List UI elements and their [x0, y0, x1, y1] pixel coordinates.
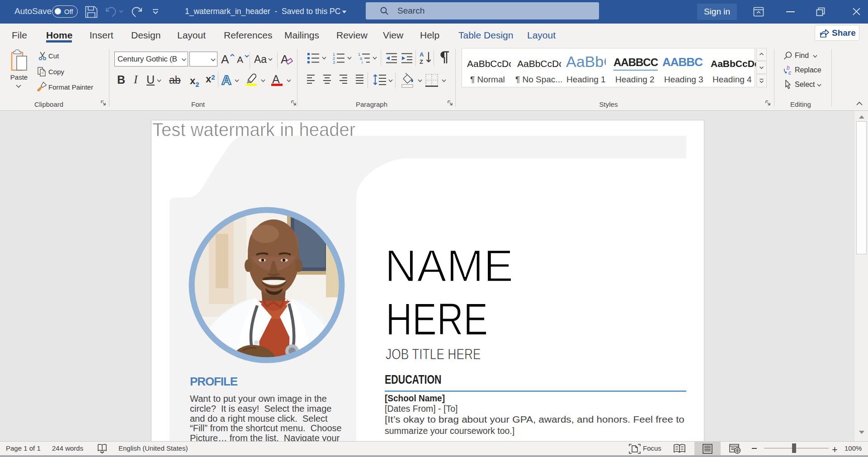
svg-text:i: i [362, 60, 363, 64]
svg-text:c: c [788, 70, 791, 75]
svg-text:3: 3 [333, 60, 335, 64]
svg-text:A: A [420, 51, 424, 58]
svg-text:Z: Z [420, 58, 423, 65]
